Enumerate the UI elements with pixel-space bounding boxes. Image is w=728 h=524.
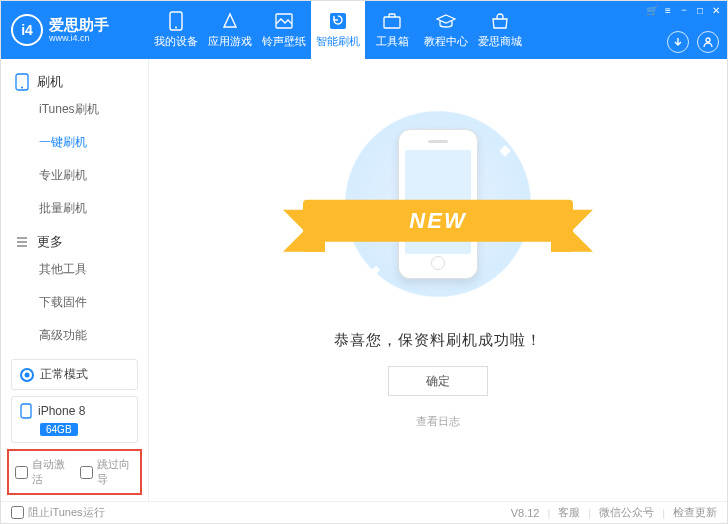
mode-label: 正常模式 <box>40 366 88 383</box>
phone-icon <box>166 11 186 31</box>
sidebar-item-onekey-flash[interactable]: 一键刷机 <box>1 126 148 159</box>
svg-rect-4 <box>384 17 400 28</box>
new-ribbon: NEW <box>303 200 573 242</box>
download-button[interactable] <box>667 31 689 53</box>
svg-point-5 <box>706 38 710 42</box>
store-icon <box>490 11 510 31</box>
nav-tutorial[interactable]: 教程中心 <box>419 1 473 59</box>
block-itunes-checkbox[interactable]: 阻止iTunes运行 <box>11 505 105 520</box>
user-button[interactable] <box>697 31 719 53</box>
nav-store[interactable]: 爱思商城 <box>473 1 527 59</box>
device-phone-icon <box>20 403 32 419</box>
device-name: iPhone 8 <box>38 404 85 418</box>
version-label: V8.12 <box>511 507 540 519</box>
sidebar-item-batch-flash[interactable]: 批量刷机 <box>1 192 148 225</box>
mode-box[interactable]: 正常模式 <box>11 359 138 390</box>
sparkle-icon <box>499 145 510 156</box>
svg-rect-8 <box>21 404 31 418</box>
status-bar: 阻止iTunes运行 V8.12 | 客服 | 微信公众号 | 检查更新 <box>1 501 727 523</box>
mode-dot-icon <box>20 368 34 382</box>
support-link[interactable]: 客服 <box>558 505 580 520</box>
minimize-icon[interactable]: － <box>679 5 689 15</box>
phone-icon <box>15 73 29 91</box>
appstore-icon <box>220 11 240 31</box>
nav-toolbox[interactable]: 工具箱 <box>365 1 419 59</box>
brand-url: www.i4.cn <box>49 33 109 44</box>
sidebar-item-pro-flash[interactable]: 专业刷机 <box>1 159 148 192</box>
device-box[interactable]: iPhone 8 64GB <box>11 396 138 443</box>
skip-guide-checkbox[interactable]: 跳过向导 <box>80 457 135 487</box>
sidebar-item-other-tools[interactable]: 其他工具 <box>1 253 148 286</box>
maximize-icon[interactable]: □ <box>695 5 705 15</box>
sparkle-icon <box>372 266 380 274</box>
option-row: 自动激活 跳过向导 <box>7 449 142 495</box>
top-nav: 我的设备 应用游戏 铃声壁纸 智能刷机 工具箱 教程中心 爱思商城 <box>149 1 727 59</box>
sidebar: 刷机 iTunes刷机 一键刷机 专业刷机 批量刷机 更多 其他工具 下载固件 … <box>1 59 149 501</box>
main-panel: NEW 恭喜您，保资料刷机成功啦！ 确定 查看日志 <box>149 59 727 501</box>
sidebar-group-flash: 刷机 <box>1 71 148 93</box>
nav-my-device[interactable]: 我的设备 <box>149 1 203 59</box>
update-link[interactable]: 检查更新 <box>673 505 717 520</box>
briefcase-icon <box>382 11 402 31</box>
menu-icon[interactable]: ≡ <box>663 5 673 15</box>
ribbon-text: NEW <box>303 200 573 242</box>
nav-flash[interactable]: 智能刷机 <box>311 1 365 59</box>
view-log-link[interactable]: 查看日志 <box>416 414 460 429</box>
app-header: i4 爱思助手 www.i4.cn 我的设备 应用游戏 铃声壁纸 智能刷机 工具… <box>1 1 727 59</box>
brand: i4 爱思助手 www.i4.cn <box>1 1 149 59</box>
wechat-link[interactable]: 微信公众号 <box>599 505 654 520</box>
list-icon <box>15 235 29 249</box>
ok-button[interactable]: 确定 <box>388 366 488 396</box>
auto-activate-checkbox[interactable]: 自动激活 <box>15 457 70 487</box>
brand-logo-icon: i4 <box>11 14 43 46</box>
sidebar-item-itunes-flash[interactable]: iTunes刷机 <box>1 93 148 126</box>
close-icon[interactable]: ✕ <box>711 5 721 15</box>
nav-apps[interactable]: 应用游戏 <box>203 1 257 59</box>
success-message: 恭喜您，保资料刷机成功啦！ <box>334 331 542 350</box>
nav-ringtone[interactable]: 铃声壁纸 <box>257 1 311 59</box>
sidebar-item-advanced[interactable]: 高级功能 <box>1 319 148 352</box>
svg-point-1 <box>175 27 177 29</box>
capacity-badge: 64GB <box>40 423 78 436</box>
image-icon <box>274 11 294 31</box>
sidebar-group-more: 更多 <box>1 231 148 253</box>
window-controls: 🛒 ≡ － □ ✕ <box>647 5 721 15</box>
graduation-icon <box>436 11 456 31</box>
sparkle-icon <box>359 127 370 138</box>
success-illustration: NEW <box>333 99 543 309</box>
cart-icon[interactable]: 🛒 <box>647 5 657 15</box>
brand-name: 爱思助手 <box>49 17 109 33</box>
svg-point-7 <box>21 87 23 89</box>
sidebar-item-download-fw[interactable]: 下载固件 <box>1 286 148 319</box>
refresh-icon <box>328 11 348 31</box>
